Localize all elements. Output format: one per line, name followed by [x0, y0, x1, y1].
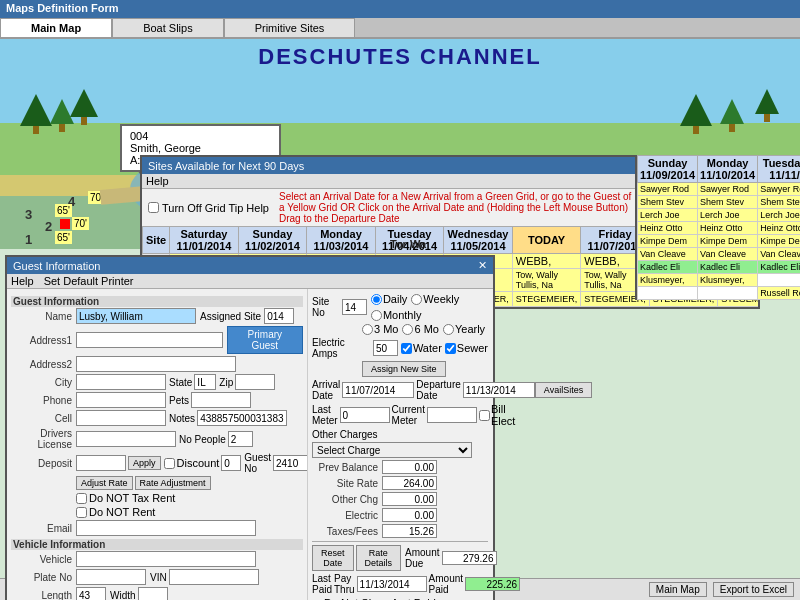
- rate-adjustment-button[interactable]: Rate Adjustment: [135, 476, 211, 490]
- arrival-date-input[interactable]: [342, 382, 414, 398]
- avail-menu-help[interactable]: Help: [146, 175, 169, 187]
- state-input[interactable]: [194, 374, 216, 390]
- apply-button[interactable]: Apply: [128, 456, 161, 470]
- site-num-3[interactable]: 3: [25, 207, 32, 222]
- mo3-radio[interactable]: [362, 324, 373, 335]
- list-item[interactable]: Russell Ro: [638, 287, 801, 300]
- city-input[interactable]: [76, 374, 166, 390]
- sidebar-cell[interactable]: Kadlec Eli: [758, 261, 800, 274]
- tab-main-map[interactable]: Main Map: [0, 18, 112, 37]
- adjust-rate-button[interactable]: Adjust Rate: [76, 476, 133, 490]
- list-item[interactable]: Heinz Otto Heinz Otto Heinz Otto: [638, 222, 801, 235]
- pay-thru-input[interactable]: [357, 576, 427, 592]
- do-not-rent-checkbox[interactable]: [76, 507, 87, 518]
- assigned-site-input[interactable]: [264, 308, 294, 324]
- current-meter-input[interactable]: [427, 407, 477, 423]
- guest-close-btn[interactable]: ✕: [478, 259, 487, 272]
- sidebar-cell[interactable]: Kimpe Dem: [638, 235, 698, 248]
- sidebar-cell[interactable]: Klusmeyer,: [638, 274, 698, 287]
- length-input[interactable]: [76, 587, 106, 600]
- sidebar-cell[interactable]: Kadlec Eli: [638, 261, 698, 274]
- last-meter-input[interactable]: [340, 407, 390, 423]
- sidebar-cell[interactable]: Shem Stev: [698, 196, 758, 209]
- sidebar-cell[interactable]: [638, 287, 698, 300]
- assign-new-site-button[interactable]: Assign New Site: [362, 361, 446, 377]
- sidebar-cell[interactable]: Van Cleave: [638, 248, 698, 261]
- sidebar-cell[interactable]: Van Cleave: [698, 248, 758, 261]
- sidebar-cell[interactable]: Shem Stev: [638, 196, 698, 209]
- avail-sites-button[interactable]: AvailSites: [535, 382, 592, 398]
- main-map-button[interactable]: Main Map: [649, 582, 707, 597]
- daily-radio[interactable]: [371, 294, 382, 305]
- no-people-input[interactable]: [228, 431, 253, 447]
- sidebar-cell[interactable]: [698, 287, 758, 300]
- sidebar-cell[interactable]: Lerch Joe: [698, 209, 758, 222]
- sidebar-cell[interactable]: Lerch Joe: [758, 209, 800, 222]
- sidebar-cell[interactable]: [758, 274, 800, 287]
- electric-fin-input[interactable]: [382, 508, 437, 522]
- list-item[interactable]: Van Cleave Van Cleave Van Cleave: [638, 248, 801, 261]
- vehicle-input[interactable]: [76, 551, 256, 567]
- prev-balance-input[interactable]: [382, 460, 437, 474]
- cell-data[interactable]: WEBB,: [512, 254, 581, 269]
- sidebar-cell[interactable]: Van Cleave: [758, 248, 800, 261]
- avail-checkbox-label[interactable]: Turn Off Grid Tip Help: [148, 202, 269, 214]
- weekly-radio[interactable]: [411, 294, 422, 305]
- list-item[interactable]: Shem Stev Shem Stev Shem Stev: [638, 196, 801, 209]
- sidebar-cell[interactable]: Kadlec Eli: [698, 261, 758, 274]
- vin-input[interactable]: [169, 569, 259, 585]
- avail-checkbox[interactable]: [148, 202, 159, 213]
- amount-due-input[interactable]: [442, 551, 497, 565]
- list-item[interactable]: Lerch Joe Lerch Joe Lerch Joe: [638, 209, 801, 222]
- sewer-checkbox[interactable]: [445, 343, 456, 354]
- list-item[interactable]: Sawyer Rod Sawyer Rod Sawyer Roo: [638, 183, 801, 196]
- deposit-input[interactable]: [76, 455, 126, 471]
- zip-input[interactable]: [235, 374, 275, 390]
- site-num-1[interactable]: 1: [25, 232, 32, 247]
- taxes-input[interactable]: [382, 524, 437, 538]
- export-to-excel-button[interactable]: Export to Excel: [713, 582, 794, 597]
- guest-menu-help[interactable]: Help: [11, 275, 34, 287]
- sidebar-cell[interactable]: Kimpe Dem: [698, 235, 758, 248]
- sidebar-cell[interactable]: Sawyer Roo: [758, 183, 800, 196]
- list-item[interactable]: Kadlec Eli Kadlec Eli Kadlec Eli: [638, 261, 801, 274]
- amount-paid-input[interactable]: [465, 577, 520, 591]
- email-input[interactable]: [76, 520, 256, 536]
- sidebar-cell[interactable]: Heinz Otto: [698, 222, 758, 235]
- cell-data[interactable]: STEGEMEIER,: [512, 292, 581, 307]
- sidebar-cell[interactable]: Lerch Joe: [638, 209, 698, 222]
- rate-details-button[interactable]: Rate Details: [356, 545, 402, 571]
- guest-no-input[interactable]: [273, 455, 308, 471]
- address2-input[interactable]: [76, 356, 236, 372]
- sidebar-cell[interactable]: Kimpe Dem: [758, 235, 800, 248]
- dl-input[interactable]: [76, 431, 176, 447]
- select-charge-dropdown[interactable]: Select Charge: [312, 442, 472, 458]
- phone-input[interactable]: [76, 392, 166, 408]
- discount-checkbox[interactable]: [164, 458, 175, 469]
- departure-date-input[interactable]: [463, 382, 535, 398]
- site-rate-input[interactable]: [382, 476, 437, 490]
- plate-input[interactable]: [76, 569, 146, 585]
- discount-input[interactable]: [221, 455, 241, 471]
- list-item[interactable]: Klusmeyer, Klusmeyer,: [638, 274, 801, 287]
- mo6-radio[interactable]: [402, 324, 413, 335]
- pets-input[interactable]: [191, 392, 251, 408]
- sidebar-cell[interactable]: Sawyer Rod: [698, 183, 758, 196]
- site-no-input[interactable]: [342, 299, 367, 315]
- yearly-radio[interactable]: [443, 324, 454, 335]
- sidebar-cell[interactable]: Russell Ro: [758, 287, 800, 300]
- site-num-2[interactable]: 2: [45, 219, 52, 234]
- bill-elect-checkbox[interactable]: [479, 410, 490, 421]
- reset-date-button[interactable]: Reset Date: [312, 545, 354, 571]
- primary-guest-button[interactable]: Primary Guest: [227, 326, 303, 354]
- sidebar-cell[interactable]: Heinz Otto: [638, 222, 698, 235]
- sidebar-cell[interactable]: Shem Stev: [758, 196, 800, 209]
- cell-input[interactable]: [76, 410, 166, 426]
- other-chg-input[interactable]: [382, 492, 437, 506]
- tab-boat-slips[interactable]: Boat Slips: [112, 18, 224, 37]
- monthly-radio[interactable]: [371, 310, 382, 321]
- name-input[interactable]: [76, 308, 196, 324]
- list-item[interactable]: Kimpe Dem Kimpe Dem Kimpe Dem: [638, 235, 801, 248]
- notes-input[interactable]: [197, 410, 287, 426]
- cell-data[interactable]: Tow, WallyTullis, Na: [512, 269, 581, 292]
